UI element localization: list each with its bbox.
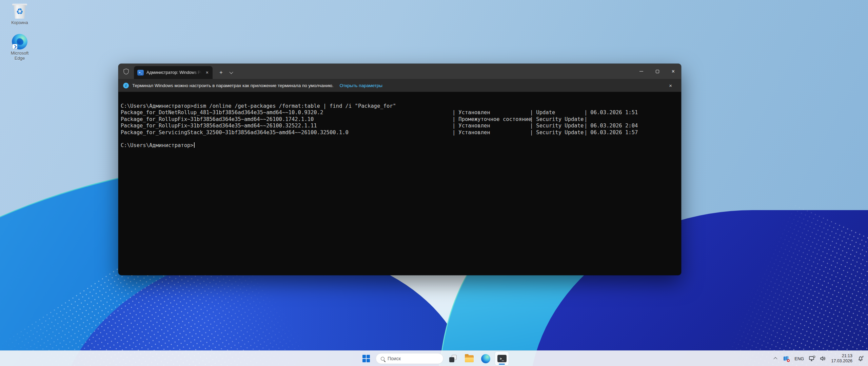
task-view-button[interactable]	[446, 352, 460, 365]
desktop-icon-edge[interactable]: Microsoft Edge	[4, 34, 35, 61]
network-button[interactable]	[807, 352, 817, 365]
start-button[interactable]	[359, 352, 373, 365]
text-cursor	[194, 142, 195, 148]
maximize-icon	[656, 70, 659, 73]
edge-icon	[12, 34, 27, 49]
wallpaper-dots-right	[705, 201, 868, 366]
default-terminal-banner: i Терминал Windows можно настроить в пар…	[118, 79, 681, 92]
info-icon: i	[123, 83, 129, 88]
edge-icon	[481, 354, 490, 363]
search-icon	[381, 357, 384, 361]
shortcut-arrow-icon	[13, 44, 17, 49]
chevron-up-icon	[774, 357, 777, 361]
task-view-icon	[449, 355, 457, 362]
tab-dropdown-button[interactable]	[226, 67, 236, 78]
blank-line	[121, 136, 678, 142]
terminal-content[interactable]: C:\Users\Администратор>dism /online /get…	[118, 92, 681, 275]
desktop: ♻ Корзина Microsoft Edge >_ Администрато…	[0, 0, 868, 366]
svg-text:z: z	[863, 355, 864, 357]
tray-app-icon	[784, 356, 789, 361]
do-not-disturb-bell-icon: z z	[857, 355, 864, 362]
banner-close-icon[interactable]: ×	[667, 82, 674, 89]
tray-time: 21:13	[831, 353, 852, 359]
terminal-button[interactable]: >_	[495, 352, 509, 365]
prompt-text: C:\Users\Администратор>	[121, 142, 194, 148]
file-explorer-icon	[465, 355, 474, 362]
network-icon	[809, 356, 815, 362]
tray-app-button[interactable]	[782, 352, 791, 365]
minimize-icon	[639, 71, 643, 72]
tray-overflow-button[interactable]	[771, 352, 780, 365]
taskbar-search[interactable]: Поиск	[376, 353, 443, 364]
terminal-window: >_ Администратор: Windows Po × + × i Тер…	[118, 64, 681, 275]
new-tab-button[interactable]: +	[216, 67, 226, 78]
package-row: Package_for_RollupFix~31bf3856ad364e35~a…	[121, 123, 678, 129]
running-indicator	[499, 364, 505, 365]
chevron-down-icon	[229, 70, 233, 74]
language-indicator[interactable]: ENG	[792, 352, 806, 365]
volume-button[interactable]	[818, 352, 828, 365]
close-icon: ×	[672, 69, 675, 74]
terminal-icon: >_	[497, 355, 507, 362]
clock[interactable]: 21:13 17.03.2026	[829, 353, 854, 364]
package-row: Package_for_RollupFix~31bf3856ad364e35~a…	[121, 116, 678, 123]
terminal-tab[interactable]: >_ Администратор: Windows Po ×	[134, 66, 213, 79]
package-row: Package_for_DotNetRollup_481~31bf3856ad3…	[121, 109, 678, 116]
maximize-button[interactable]	[649, 64, 665, 79]
recycle-bin-icon: ♻	[12, 3, 27, 19]
powershell-icon: >_	[137, 70, 144, 76]
volume-icon	[820, 356, 826, 361]
package-row: Package_for_ServicingStack_32500~31bf385…	[121, 129, 678, 136]
command-text: dism /online /get-packages /format:table…	[194, 103, 396, 109]
search-placeholder: Поиск	[388, 356, 401, 361]
desktop-icon-recycle-bin[interactable]: ♻ Корзина	[4, 3, 35, 25]
prompt-text: C:\Users\Администратор>	[121, 103, 194, 109]
banner-text: Терминал Windows можно настроить в парам…	[132, 83, 334, 88]
desktop-icon-label: Корзина	[4, 20, 35, 25]
desktop-icon-label: Microsoft Edge	[8, 50, 32, 61]
tray-date: 17.03.2026	[831, 359, 852, 364]
open-settings-link[interactable]: Открыть параметры	[340, 83, 382, 88]
admin-shield-icon	[118, 64, 134, 79]
close-button[interactable]: ×	[665, 64, 681, 79]
notification-button[interactable]: z z	[856, 352, 865, 365]
tab-title: Администратор: Windows Po	[146, 70, 202, 75]
taskbar: Поиск >_ ENG	[0, 350, 868, 366]
file-explorer-button[interactable]	[462, 352, 476, 365]
windows-logo-icon	[362, 355, 370, 362]
tab-close-icon[interactable]: ×	[204, 69, 210, 76]
window-titlebar[interactable]: >_ Администратор: Windows Po × + ×	[118, 64, 681, 79]
edge-button[interactable]	[479, 352, 492, 365]
current-prompt-line: C:\Users\Администратор>	[121, 142, 678, 149]
command-line: C:\Users\Администратор>dism /online /get…	[121, 103, 678, 109]
minimize-button[interactable]	[633, 64, 649, 79]
